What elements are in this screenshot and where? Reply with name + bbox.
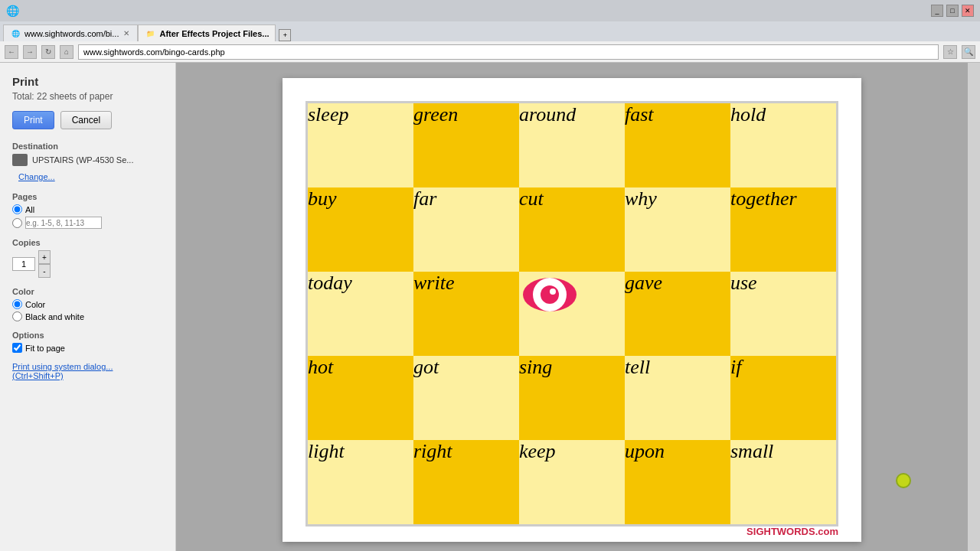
bingo-cell-14: use [730,272,836,356]
color-bw-row: Black and white [12,311,163,321]
cancel-button[interactable]: Cancel [60,111,112,129]
options-label: Options [12,331,163,340]
search-button[interactable]: 🔍 [962,45,975,59]
bingo-cell-22: keep [519,440,625,524]
new-tab-button[interactable]: + [279,29,291,41]
title-bar-left: 🌐 [6,5,19,17]
bingo-cell-19: if [730,356,836,440]
bingo-cell-3: fast [625,103,730,187]
content-area: sleepgreenaroundfastholdbuyfarcutwhytoge… [176,63,968,551]
bingo-cell-7: cut [519,187,625,272]
tab-aftereffects[interactable]: 📁 After Effects Project Files... ✕ [138,24,276,41]
brand-logo: SIGHTWORDS.com [746,526,838,537]
browser-window: 🌐 _ □ ✕ 🌐 www.sightwords.com/bi... ✕ 📁 A… [0,0,980,63]
maximize-button[interactable]: □ [946,5,959,17]
destination-label: Destination [12,142,163,151]
bingo-cell-13: gave [625,272,730,356]
svg-point-2 [541,285,559,304]
print-actions: Print Cancel [12,111,163,129]
copies-label: Copies [12,238,163,247]
color-label: Color [12,287,163,296]
tab2-favicon: 📁 [146,30,155,37]
bingo-cell-1: green [413,103,519,187]
bingo-cell-23: upon [625,440,730,524]
bingo-cell-2: around [519,103,625,187]
bingo-cell-9: together [730,187,836,272]
main-layout: Print Total: 22 sheets of paper Print Ca… [0,63,980,551]
copies-decrement-button[interactable]: - [38,264,51,278]
browser-logo: 🌐 [6,5,19,17]
destination-box: UPSTAIRS (WP-4530 Se... [12,154,163,166]
tab-bar: 🌐 www.sightwords.com/bi... ✕ 📁 After Eff… [0,21,980,41]
refresh-button[interactable]: ↻ [41,45,55,59]
color-color-row: Color [12,299,163,309]
pages-label: Pages [12,192,163,201]
color-radio-group: Color Black and white [12,299,163,321]
brand-tld: .com [815,526,838,537]
bingo-cell-8: why [625,187,730,272]
bingo-cell-0: sleep [308,103,413,187]
pages-custom-input[interactable] [25,217,102,229]
bingo-cell-20: light [308,440,413,524]
pages-custom-radio[interactable] [12,218,22,228]
tab-label: www.sightwords.com/bi... [24,29,119,38]
bookmark-button[interactable]: ☆ [943,45,957,59]
copies-row: + - [12,250,163,278]
pages-all-label: All [25,205,34,214]
bw-label: Black and white [25,312,84,321]
tab2-label: After Effects Project Files... [159,29,269,38]
bingo-cell-11: write [413,272,519,356]
pages-radio-group: All [12,204,163,229]
bingo-cell-5: buy [308,187,413,272]
color-radio[interactable] [12,299,22,309]
fit-to-page-row: Fit to page [12,343,163,353]
options-section: Options Fit to page [12,331,163,353]
bingo-cell-24: small [730,440,836,524]
color-option: Color Color Black and white [12,287,163,321]
bingo-grid: sleepgreenaroundfastholdbuyfarcutwhytoge… [305,101,838,527]
bingo-cell-12 [519,272,625,356]
brand-name: SIGHTWORDS [746,526,815,537]
bingo-cell-18: tell [625,356,730,440]
url-input[interactable] [78,44,939,60]
print-title: Print [12,75,163,88]
copies-increment-button[interactable]: + [38,250,51,264]
forward-button[interactable]: → [23,45,37,59]
copies-option: Copies + - [12,238,163,278]
fit-to-page-label: Fit to page [25,344,65,353]
bingo-cell-15: hot [308,356,413,440]
address-bar: ← → ↻ ⌂ ☆ 🔍 [0,41,980,63]
destination-value: UPSTAIRS (WP-4530 Se... [32,155,133,165]
print-sidebar: Print Total: 22 sheets of paper Print Ca… [0,63,176,551]
window-controls[interactable]: _ □ ✕ [931,5,974,17]
title-bar: 🌐 _ □ ✕ [0,0,980,21]
pages-option: Pages All [12,192,163,229]
bw-radio[interactable] [12,311,22,321]
change-destination-button[interactable]: Change... [12,171,61,183]
bingo-cell-21: right [413,440,519,524]
pages-all-radio[interactable] [12,204,22,214]
copies-input[interactable] [12,257,35,271]
pages-all-row: All [12,204,163,214]
print-button[interactable]: Print [12,111,54,129]
fit-to-page-checkbox[interactable] [12,343,22,353]
back-button[interactable]: ← [5,45,18,59]
bingo-cell-4: hold [730,103,836,187]
pages-custom-row [12,217,163,229]
printer-icon [12,154,28,166]
bingo-cell-17: sing [519,356,625,440]
home-button[interactable]: ⌂ [60,45,74,59]
right-scrollbar[interactable] [968,63,980,551]
tab2-close-icon[interactable]: ✕ [274,29,276,37]
bingo-cell-6: far [413,187,519,272]
tab-favicon: 🌐 [11,30,20,37]
print-total: Total: 22 sheets of paper [12,91,163,102]
tab-sightwords[interactable]: 🌐 www.sightwords.com/bi... ✕ [3,24,138,41]
tab-close-icon[interactable]: ✕ [123,29,129,37]
close-button[interactable]: ✕ [962,5,974,17]
bingo-cell-10: today [308,272,413,356]
color-label-text: Color [25,300,45,309]
free-space-eye [519,272,580,318]
system-dialog-link[interactable]: Print using system dialog... (Ctrl+Shift… [12,362,163,380]
minimize-button[interactable]: _ [931,5,943,17]
